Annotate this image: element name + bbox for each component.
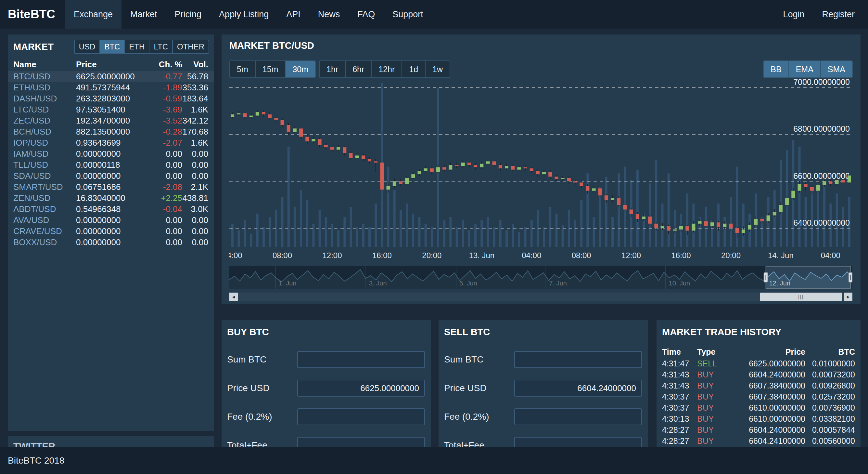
nav-item-api[interactable]: API <box>277 0 309 29</box>
candlestick-chart[interactable]: 7000.000000006800.000000006600.000000006… <box>229 78 852 263</box>
chart-navigator[interactable]: 1. Jun3. Jun5. Jun7. Jun10. Jun12. Jun <box>229 266 852 289</box>
pair-volume: 1.6K <box>182 137 208 148</box>
pair-change: 0.00 <box>149 237 182 248</box>
nav-item-apply-listing[interactable]: Apply Listing <box>210 0 277 29</box>
svg-text:08:00: 08:00 <box>273 251 292 260</box>
trade-amount: 0.00073200 <box>805 369 855 380</box>
pair-price: 0.00000000 <box>76 148 149 159</box>
pair-name: ETH/USD <box>13 82 76 93</box>
pair-volume: 0.00 <box>182 159 208 170</box>
market-row-btc-usd[interactable]: BTC/USD6625.00000000-0.7756.78 <box>8 71 214 82</box>
timeframe-1w[interactable]: 1w <box>425 61 450 78</box>
timeframe-30m[interactable]: 30m <box>285 61 315 78</box>
timeframe-6hr[interactable]: 6hr <box>345 61 371 78</box>
pair-name: TLL/USD <box>13 159 76 170</box>
nav-menu: ExchangeMarketPricingApply ListingAPINew… <box>65 0 432 29</box>
scroll-left-button[interactable]: ◄ <box>229 293 238 301</box>
scrollbar-thumb[interactable]: ||| <box>760 293 842 301</box>
timeframe-1d[interactable]: 1d <box>402 61 425 78</box>
trade-time: 4:28:27 <box>662 435 697 446</box>
history-row: 4:30:37BUY6607.384000000.02573200 <box>662 391 855 402</box>
sell-label-price-usd: Price USD <box>444 383 514 393</box>
pair-name: ZEN/USD <box>13 192 76 204</box>
pair-change: +2.25 <box>149 192 182 204</box>
sell-input-price-usd[interactable] <box>514 380 642 396</box>
market-row-ltc-usd[interactable]: LTC/USD97.53051400-3.691.6K <box>8 104 214 115</box>
indicator-sma[interactable]: SMA <box>820 61 852 78</box>
trade-type: BUY <box>697 391 736 402</box>
nav-item-exchange[interactable]: Exchange <box>65 0 122 29</box>
market-row-ava-usd[interactable]: AVA/USD0.000000000.000.00 <box>8 214 214 226</box>
nav-item-market[interactable]: Market <box>122 0 166 29</box>
pair-volume: 0.00 <box>182 148 208 159</box>
pair-volume: 183.64 <box>182 93 208 104</box>
pair-change: -2.07 <box>149 137 182 148</box>
buy-input-sum-btc[interactable] <box>297 351 425 368</box>
market-row-zen-usd[interactable]: ZEN/USD16.83040000+2.25438.81 <box>8 192 214 204</box>
timeframe-15m[interactable]: 15m <box>255 61 285 78</box>
market-row-dash-usd[interactable]: DASH/USD263.32803000-0.59183.64 <box>8 93 214 104</box>
trade-time: 4:28:27 <box>662 424 697 435</box>
pair-change: -3.52 <box>149 115 182 126</box>
nav-item-news[interactable]: News <box>309 0 349 29</box>
market-tab-eth[interactable]: ETH <box>124 40 149 53</box>
market-row-crave-usd[interactable]: CRAVE/USD0.000000000.000.00 <box>8 226 214 237</box>
pair-name: SMART/USD <box>13 181 76 192</box>
market-row-boxx-usd[interactable]: BOXX/USD0.000000000.000.00 <box>8 237 214 248</box>
sell-input-fee-0-2[interactable] <box>514 408 642 425</box>
pair-price: 192.34700000 <box>76 115 149 126</box>
market-row-smart-usd[interactable]: SMART/USD0.06751686-2.082.1K <box>8 181 214 192</box>
market-row-zec-usd[interactable]: ZEC/USD192.34700000-3.52342.12 <box>8 115 214 126</box>
sell-panel-title: SELL BTC <box>444 327 490 337</box>
timeframe-12hr[interactable]: 12hr <box>371 61 402 78</box>
buy-input-price-usd[interactable] <box>297 380 425 396</box>
pair-name: BCH/USD <box>13 126 76 137</box>
nav-item-faq[interactable]: FAQ <box>348 0 384 29</box>
market-tab-other[interactable]: OTHER <box>172 40 209 53</box>
svg-text:13. Jun: 13. Jun <box>469 251 494 260</box>
market-row-eth-usd[interactable]: ETH/USD491.57375944-1.89353.36 <box>8 82 214 93</box>
sell-input-sum-btc[interactable] <box>514 351 642 368</box>
logo[interactable]: BiteBTC <box>0 7 65 21</box>
history-row: 4:28:27BUY6604.240000000.00057844 <box>662 424 855 435</box>
nav-item-support[interactable]: Support <box>384 0 432 29</box>
scroll-right-button[interactable]: ► <box>844 293 852 301</box>
market-tab-ltc[interactable]: LTC <box>149 40 172 53</box>
sell-panel: SELL BTC Sum BTCPrice USDFee (0.2%)Total… <box>438 320 648 463</box>
footer-text: BiteBTC 2018 <box>8 455 64 466</box>
buy-panel: BUY BTC Sum BTCPrice USDFee (0.2%)Total+… <box>221 320 431 463</box>
market-col-vol: Vol. <box>182 58 208 71</box>
timeframe-1hr[interactable]: 1hr <box>320 61 345 78</box>
sell-field-row: Price USD <box>444 380 642 396</box>
nav-item-pricing[interactable]: Pricing <box>166 0 211 29</box>
nav-item-login[interactable]: Login <box>774 0 813 29</box>
market-row-abdt-usd[interactable]: ABDT/USD0.54966348-0.043.0K <box>8 204 214 214</box>
pair-price: 0.93643699 <box>76 137 149 148</box>
indicator-bb[interactable]: BB <box>764 61 788 78</box>
pair-price: 0.00000000 <box>76 226 149 237</box>
pair-name: DASH/USD <box>13 93 76 104</box>
buy-input-fee-0-2[interactable] <box>297 408 425 425</box>
market-row-sda-usd[interactable]: SDA/USD0.000000000.000.00 <box>8 170 214 181</box>
trade-history-panel: MARKET TRADE HISTORY TimeTypePriceBTC4:3… <box>656 320 861 463</box>
market-panel-title: MARKET <box>13 41 54 52</box>
trade-amount: 0.00560000 <box>805 435 855 446</box>
sell-label-sum-btc: Sum BTC <box>444 354 514 365</box>
trade-time: 4:31:47 <box>662 358 697 369</box>
market-row-iam-usd[interactable]: IAM/USD0.000000000.000.00 <box>8 148 214 159</box>
nav-item-register[interactable]: Register <box>813 0 864 29</box>
pair-volume: 353.36 <box>182 82 208 93</box>
market-row-tll-usd[interactable]: TLL/USD0.000001180.000.00 <box>8 159 214 170</box>
indicator-ema[interactable]: EMA <box>788 61 820 78</box>
market-tab-usd[interactable]: USD <box>75 40 100 53</box>
timeframe-5m[interactable]: 5m <box>230 61 255 78</box>
toolbar-spacer <box>454 60 760 78</box>
pair-change: -1.89 <box>149 82 182 93</box>
market-row-bch-usd[interactable]: BCH/USD882.13500000-0.28170.68 <box>8 126 214 137</box>
market-row-iop-usd[interactable]: IOP/USD0.93643699-2.071.6K <box>8 137 214 148</box>
trade-amount: 0.00926800 <box>805 380 855 391</box>
market-tab-btc[interactable]: BTC <box>99 40 124 53</box>
pair-price: 0.00000000 <box>76 170 149 181</box>
scrollbar-track[interactable]: ||| <box>238 293 844 301</box>
buy-label-sum-btc: Sum BTC <box>227 354 297 365</box>
